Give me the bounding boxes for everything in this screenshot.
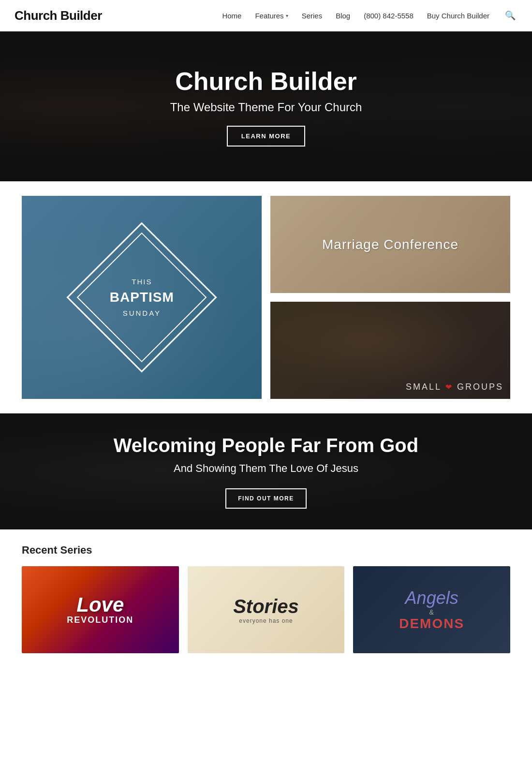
series-love-title: Love — [76, 595, 124, 615]
series-grid: Love Revolution Stories everyone has one… — [22, 566, 510, 653]
series-card-love[interactable]: Love Revolution — [22, 566, 179, 653]
hero-section: Church Builder The Website Theme For You… — [0, 31, 532, 181]
series-stories-content: Stories everyone has one — [188, 566, 345, 653]
nav-phone: (800) 842-5558 — [364, 12, 414, 20]
baptism-card[interactable]: THIS BAPTISM SUNDAY — [22, 196, 262, 399]
mission-title: Welcoming People Far From God — [114, 435, 418, 456]
small-groups-card[interactable]: SMALL ❤ GROUPS — [270, 302, 510, 399]
series-love-content: Love Revolution — [22, 566, 179, 653]
series-demons-label: Demons — [399, 616, 464, 631]
series-card-stories[interactable]: Stories everyone has one — [188, 566, 345, 653]
recent-series-title: Recent Series — [22, 544, 510, 557]
small-groups-pre: SMALL — [406, 382, 442, 392]
content-grid: THIS BAPTISM SUNDAY Marriage Conference … — [0, 181, 532, 413]
series-stories-subtitle: everyone has one — [239, 617, 293, 624]
mission-subtitle: And Showing Them The Love Of Jesus — [114, 462, 418, 475]
features-caret: ▾ — [286, 13, 288, 18]
series-card-angels[interactable]: Angels & Demons — [353, 566, 510, 653]
baptism-sunday: SUNDAY — [110, 309, 174, 317]
marriage-card[interactable]: Marriage Conference — [270, 196, 510, 293]
hero-title: Church Builder — [170, 67, 362, 96]
main-nav: Home Features ▾ Series Blog (800) 842-55… — [222, 8, 517, 23]
hero-content: Church Builder The Website Theme For You… — [170, 67, 362, 147]
site-logo[interactable]: Church Builder — [15, 8, 102, 23]
heart-icon: ❤ — [445, 382, 453, 392]
series-stories-title: Stories — [233, 596, 299, 617]
marriage-text: Marriage Conference — [322, 237, 458, 252]
series-angels-title: Angels — [405, 588, 458, 608]
nav-blog[interactable]: Blog — [336, 12, 350, 20]
baptism-text: THIS BAPTISM SUNDAY — [110, 278, 174, 317]
series-angels-content: Angels & Demons — [353, 566, 510, 653]
series-angels-and: & — [429, 608, 434, 616]
mission-cta-button[interactable]: FIND OUT MORE — [225, 488, 307, 509]
search-icon[interactable]: 🔍 — [503, 8, 517, 23]
series-revolution-label: Revolution — [67, 615, 133, 625]
site-header: Church Builder Home Features ▾ Series Bl… — [0, 0, 532, 31]
small-groups-text: SMALL ❤ GROUPS — [406, 382, 503, 392]
mission-section: Welcoming People Far From God And Showin… — [0, 413, 532, 529]
recent-series-section: Recent Series Love Revolution Stories ev… — [0, 529, 532, 673]
nav-features-item[interactable]: Features ▾ — [255, 12, 288, 20]
baptism-main: BAPTISM — [110, 290, 174, 305]
hero-subtitle: The Website Theme For Your Church — [170, 101, 362, 114]
mission-content: Welcoming People Far From God And Showin… — [85, 415, 447, 528]
nav-features-link[interactable]: Features — [255, 12, 283, 20]
nav-series[interactable]: Series — [302, 12, 323, 20]
small-groups-post: GROUPS — [457, 382, 503, 392]
nav-home[interactable]: Home — [222, 12, 241, 20]
nav-buy[interactable]: Buy Church Builder — [427, 12, 489, 20]
hero-cta-button[interactable]: LEARN MORE — [227, 126, 305, 147]
baptism-this: THIS — [110, 278, 174, 286]
